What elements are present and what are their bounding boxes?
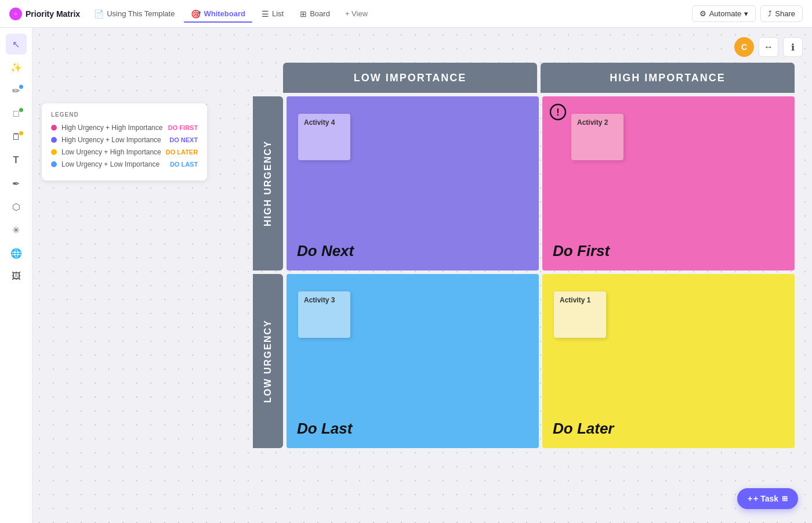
matrix-body: HIGH URGENCY LOW URGENCY Activity 4 Do N… (253, 96, 795, 448)
legend-label-do-next: High Urgency + Low Importance (61, 136, 165, 144)
legend-label-do-last: Low Urgency + Low Importance (61, 160, 165, 168)
legend-action-do-last: DO LAST (170, 161, 198, 168)
sidebar-note-tool[interactable]: 🗒 (6, 127, 27, 147)
add-task-label: + Task (753, 494, 778, 503)
automate-icon: ⚙ (699, 9, 706, 18)
grid-icon: ⊞ (782, 495, 788, 503)
nav-right-controls: ⚙ Automate ▾ ⤴ Share (692, 5, 803, 22)
legend-item-do-last: Low Urgency + Low Importance DO LAST (51, 160, 198, 168)
sidebar-cursor-tool[interactable]: ↖ (6, 34, 27, 55)
legend-item-do-first: High Urgency + High Importance DO FIRST (51, 124, 198, 132)
quadrant-do-last-label: Do Last (297, 420, 352, 438)
legend-item-do-later: Low Urgency + High Importance DO LATER (51, 148, 198, 156)
sticky-activity1[interactable]: Activity 1 (554, 291, 606, 338)
svg-text:!: ! (556, 107, 559, 117)
activity4-label: Activity 4 (304, 118, 335, 127)
legend-item-do-next: High Urgency + Low Importance DO NEXT (51, 136, 198, 144)
legend-dot-do-next (51, 137, 57, 143)
info-button[interactable]: ℹ (783, 37, 803, 57)
tab-whiteboard[interactable]: 🎯 Whiteboard (184, 6, 252, 22)
row-label-low-urgency: LOW URGENCY (253, 274, 283, 448)
pen-dot (19, 85, 23, 89)
quadrant-do-next-label: Do Next (297, 242, 354, 260)
legend-box: LEGEND High Urgency + High Importance DO… (42, 103, 207, 181)
quadrant-do-first-label: Do First (553, 242, 610, 260)
add-view-button[interactable]: + View (339, 6, 374, 21)
quadrant-do-next[interactable]: Activity 4 Do Next (287, 96, 539, 270)
row-labels: HIGH URGENCY LOW URGENCY (253, 96, 283, 448)
logo-icon (9, 8, 22, 20)
top-navigation: Priority Matrix 📄 Using This Template 🎯 … (0, 0, 812, 28)
app-logo: Priority Matrix (9, 8, 80, 20)
board-icon: ⊞ (300, 9, 307, 19)
legend-dot-do-last (51, 161, 57, 167)
sidebar-pen-tool[interactable]: ✏ (6, 80, 27, 101)
app-title: Priority Matrix (26, 9, 80, 19)
column-headers: LOW IMPORTANCE HIGH IMPORTANCE (283, 63, 795, 93)
share-icon: ⤴ (768, 9, 772, 18)
legend-title: LEGEND (51, 111, 198, 118)
automate-button[interactable]: ⚙ Automate ▾ (692, 5, 756, 22)
sidebar-image-tool[interactable]: 🖼 (6, 266, 27, 287)
canvas-controls: C ↔ ℹ (734, 37, 803, 57)
template-icon: 📄 (94, 9, 104, 19)
canvas-area[interactable]: C ↔ ℹ LEGEND High Urgency + High Importa… (32, 28, 812, 523)
sidebar-shape-tool[interactable]: □ (6, 103, 27, 124)
tab-using-template[interactable]: 📄 Using This Template (87, 6, 182, 22)
plus-icon: + (748, 494, 752, 503)
quadrant-do-later-label: Do Later (553, 420, 614, 438)
left-sidebar: ↖ ✨ ✏ □ 🗒 T ✒ ⬡ ✳ 🌐 🖼 (0, 28, 32, 523)
tab-list[interactable]: ☰ List (255, 6, 291, 22)
sidebar-text-tool[interactable]: T (6, 150, 27, 171)
legend-action-do-later: DO LATER (166, 149, 198, 156)
note-dot (19, 131, 23, 135)
sidebar-connect-tool[interactable]: ⬡ (6, 196, 27, 217)
quadrant-do-last[interactable]: Activity 3 Do Last (287, 274, 539, 448)
col-header-low-importance: LOW IMPORTANCE (283, 63, 537, 93)
legend-action-do-first: DO FIRST (168, 124, 198, 131)
quadrant-do-later[interactable]: Activity 1 Do Later (542, 274, 795, 448)
quadrant-do-first[interactable]: ! Activity 2 Do First (542, 96, 795, 270)
col-header-high-importance: HIGH IMPORTANCE (541, 63, 795, 93)
list-icon: ☰ (262, 9, 269, 19)
activity1-label: Activity 1 (560, 296, 590, 304)
sticky-activity4[interactable]: Activity 4 (298, 114, 350, 160)
shape-dot (19, 108, 23, 112)
avatar: C (734, 37, 754, 57)
fit-view-button[interactable]: ↔ (759, 37, 778, 57)
add-task-button[interactable]: + + Task ⊞ (737, 488, 798, 509)
legend-label-do-later: Low Urgency + High Importance (61, 148, 161, 156)
legend-label-do-first: High Urgency + High Importance (61, 124, 164, 132)
row-label-high-urgency: HIGH URGENCY (253, 96, 283, 270)
legend-dot-do-later (51, 149, 57, 155)
chevron-down-icon: ▾ (744, 9, 748, 18)
legend-action-do-next: DO NEXT (169, 136, 198, 143)
whiteboard-icon: 🎯 (191, 9, 201, 19)
activity2-label: Activity 2 (577, 118, 608, 127)
alert-icon: ! (549, 103, 567, 125)
sidebar-ai-tool[interactable]: ✳ (6, 219, 27, 240)
priority-matrix: LOW IMPORTANCE HIGH IMPORTANCE HIGH URGE… (253, 63, 795, 500)
sticky-activity3[interactable]: Activity 3 (298, 291, 350, 338)
activity3-label: Activity 3 (304, 296, 335, 304)
legend-dot-do-first (51, 125, 57, 131)
sidebar-magic-tool[interactable]: ✨ (6, 57, 27, 78)
sidebar-globe-tool[interactable]: 🌐 (6, 243, 27, 264)
sticky-activity2[interactable]: Activity 2 (571, 114, 624, 160)
sidebar-line-tool[interactable]: ✒ (6, 173, 27, 194)
main-container: ↖ ✨ ✏ □ 🗒 T ✒ ⬡ ✳ 🌐 🖼 C ↔ ℹ LEGEND (0, 28, 812, 523)
tab-board[interactable]: ⊞ Board (293, 6, 337, 22)
share-button[interactable]: ⤴ Share (760, 5, 803, 22)
matrix-grid: Activity 4 Do Next ! Activity 2 Do First (287, 96, 795, 448)
